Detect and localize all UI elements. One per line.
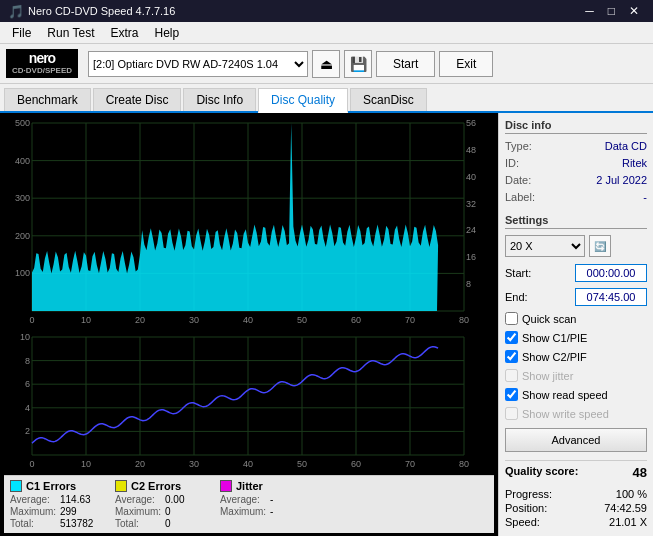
c2-max-label: Maximum:	[115, 506, 165, 517]
c1-total-label: Total:	[10, 518, 60, 529]
disc-date-row: Date: 2 Jul 2022	[505, 174, 647, 186]
c1-avg-label: Average:	[10, 494, 60, 505]
quick-scan-row: Quick scan	[505, 312, 647, 325]
quick-scan-checkbox[interactable]	[505, 312, 518, 325]
start-label: Start:	[505, 267, 531, 279]
jitter-avg-value: -	[270, 494, 315, 505]
disc-id-value: Ritek	[622, 157, 647, 169]
disc-info-title: Disc info	[505, 119, 647, 134]
show-read-speed-checkbox[interactable]	[505, 388, 518, 401]
tab-disc-quality[interactable]: Disc Quality	[258, 88, 348, 113]
settings-title: Settings	[505, 214, 647, 229]
show-jitter-row: Show jitter	[505, 369, 647, 382]
c1-label: C1 Errors	[26, 480, 76, 492]
c2-avg-label: Average:	[115, 494, 165, 505]
drive-selector[interactable]: [2:0] Optiarc DVD RW AD-7240S 1.04	[88, 51, 308, 77]
start-time-input[interactable]	[575, 264, 647, 282]
disc-label-value: -	[643, 191, 647, 203]
menu-file[interactable]: File	[4, 24, 39, 42]
show-write-speed-checkbox	[505, 407, 518, 420]
progress-row: Progress: 100 %	[505, 488, 647, 500]
save-button[interactable]: 💾	[344, 50, 372, 78]
jitter-color-swatch	[220, 480, 232, 492]
disc-date-label: Date:	[505, 174, 531, 186]
show-c1-pie-label: Show C1/PIE	[522, 332, 587, 344]
disc-id-row: ID: Ritek	[505, 157, 647, 169]
show-c2pif-row: Show C2/PIF	[505, 350, 647, 363]
lower-chart	[4, 331, 494, 473]
progress-value: 100 %	[616, 488, 647, 500]
c2-max-value: 0	[165, 506, 210, 517]
show-c1pie-row: Show C1/PIE	[505, 331, 647, 344]
tab-benchmark[interactable]: Benchmark	[4, 88, 91, 111]
lower-chart-canvas	[4, 331, 494, 473]
close-button[interactable]: ✕	[623, 2, 645, 20]
c1-max-label: Maximum:	[10, 506, 60, 517]
upper-chart	[4, 117, 494, 329]
start-time-row: Start:	[505, 264, 647, 282]
tab-bar: Benchmark Create Disc Disc Info Disc Qua…	[0, 84, 653, 113]
c2-label: C2 Errors	[131, 480, 181, 492]
end-label: End:	[505, 291, 528, 303]
position-label: Position:	[505, 502, 547, 514]
chart-area: C1 Errors Average: 114.63 Maximum: 299 T…	[0, 113, 498, 536]
c1-total-value: 513782	[60, 518, 105, 529]
quick-scan-label: Quick scan	[522, 313, 576, 325]
disc-type-row: Type: Data CD	[505, 140, 647, 152]
main-content: C1 Errors Average: 114.63 Maximum: 299 T…	[0, 113, 653, 536]
menu-bar: File Run Test Extra Help	[0, 22, 653, 44]
quality-score-value: 48	[633, 465, 647, 480]
menu-run-test[interactable]: Run Test	[39, 24, 102, 42]
legend-c2: C2 Errors Average: 0.00 Maximum: 0 Total…	[115, 480, 210, 529]
legend: C1 Errors Average: 114.63 Maximum: 299 T…	[4, 475, 494, 533]
quality-score-label: Quality score:	[505, 465, 578, 480]
legend-c1: C1 Errors Average: 114.63 Maximum: 299 T…	[10, 480, 105, 529]
tab-disc-info[interactable]: Disc Info	[183, 88, 256, 111]
show-jitter-checkbox	[505, 369, 518, 382]
menu-help[interactable]: Help	[147, 24, 188, 42]
eject-button[interactable]: ⏏	[312, 50, 340, 78]
speed-select[interactable]: 20 X 4 X 8 X 12 X 16 X 24 X 48 X MAX	[505, 235, 585, 257]
c1-color-swatch	[10, 480, 22, 492]
jitter-avg-label: Average:	[220, 494, 270, 505]
progress-label: Progress:	[505, 488, 552, 500]
end-time-row: End:	[505, 288, 647, 306]
speed-value: 21.01 X	[609, 516, 647, 528]
jitter-label: Jitter	[236, 480, 263, 492]
disc-date-value: 2 Jul 2022	[596, 174, 647, 186]
settings-refresh-button[interactable]: 🔄	[589, 235, 611, 257]
app-title: Nero CD-DVD Speed 4.7.7.16	[28, 5, 175, 17]
toolbar: nero CD·DVD/SPEED [2:0] Optiarc DVD RW A…	[0, 44, 653, 84]
show-write-speed-row: Show write speed	[505, 407, 647, 420]
show-c2-pif-label: Show C2/PIF	[522, 351, 587, 363]
c2-total-label: Total:	[115, 518, 165, 529]
exit-button[interactable]: Exit	[439, 51, 493, 77]
speed-label: Speed:	[505, 516, 540, 528]
nero-logo: nero CD·DVD/SPEED	[6, 49, 78, 77]
c2-color-swatch	[115, 480, 127, 492]
title-bar-controls: ─ □ ✕	[579, 2, 645, 20]
title-bar: 🎵 Nero CD-DVD Speed 4.7.7.16 ─ □ ✕	[0, 0, 653, 22]
disc-type-label: Type:	[505, 140, 532, 152]
minimize-button[interactable]: ─	[579, 2, 600, 20]
c1-avg-value: 114.63	[60, 494, 105, 505]
title-bar-title: 🎵 Nero CD-DVD Speed 4.7.7.16	[8, 4, 175, 19]
legend-jitter: Jitter Average: - Maximum: -	[220, 480, 315, 529]
show-c1-pie-checkbox[interactable]	[505, 331, 518, 344]
show-c2-pif-checkbox[interactable]	[505, 350, 518, 363]
jitter-max-value: -	[270, 506, 315, 517]
right-panel: Disc info Type: Data CD ID: Ritek Date: …	[498, 113, 653, 536]
menu-extra[interactable]: Extra	[102, 24, 146, 42]
tab-scan-disc[interactable]: ScanDisc	[350, 88, 427, 111]
c2-avg-value: 0.00	[165, 494, 210, 505]
maximize-button[interactable]: □	[602, 2, 621, 20]
advanced-button[interactable]: Advanced	[505, 428, 647, 452]
start-button[interactable]: Start	[376, 51, 435, 77]
tab-create-disc[interactable]: Create Disc	[93, 88, 182, 111]
show-write-speed-label: Show write speed	[522, 408, 609, 420]
jitter-max-label: Maximum:	[220, 506, 270, 517]
position-row: Position: 74:42.59	[505, 502, 647, 514]
c2-total-value: 0	[165, 518, 210, 529]
end-time-input[interactable]	[575, 288, 647, 306]
disc-type-value: Data CD	[605, 140, 647, 152]
